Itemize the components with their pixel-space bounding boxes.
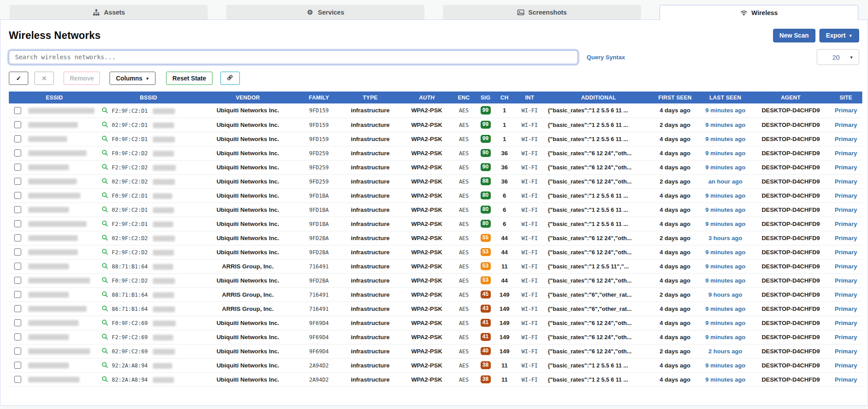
search-bssid-icon[interactable] bbox=[102, 333, 108, 340]
row-checkbox[interactable] bbox=[14, 220, 21, 227]
col-header-last-seen[interactable]: LAST SEEN bbox=[699, 92, 752, 103]
last-seen-link[interactable]: 9 minutes ago bbox=[705, 320, 746, 326]
row-checkbox[interactable] bbox=[14, 319, 21, 326]
search-bssid-icon[interactable] bbox=[102, 305, 108, 312]
col-header-vendor[interactable]: VENDOR bbox=[197, 92, 299, 103]
last-seen-link[interactable]: 9 minutes ago bbox=[705, 107, 746, 114]
site-link[interactable]: Primary bbox=[835, 348, 857, 355]
col-header-bssid[interactable]: BSSID bbox=[100, 92, 197, 103]
site-link[interactable]: Primary bbox=[835, 249, 857, 256]
new-scan-button[interactable]: New Scan bbox=[773, 29, 815, 42]
col-header-additional[interactable]: ADDITIONAL bbox=[546, 92, 651, 103]
row-checkbox[interactable] bbox=[14, 206, 21, 213]
row-checkbox[interactable] bbox=[14, 348, 21, 355]
search-bssid-icon[interactable] bbox=[102, 348, 108, 354]
col-header-family[interactable]: FAMILY bbox=[299, 92, 339, 103]
row-checkbox[interactable] bbox=[14, 234, 21, 241]
tab-wireless[interactable]: Wireless bbox=[660, 5, 858, 20]
last-seen-link[interactable]: 9 minutes ago bbox=[705, 334, 746, 340]
export-button[interactable]: Export ▼ bbox=[819, 29, 859, 42]
col-header-first-seen[interactable]: FIRST SEEN bbox=[651, 92, 699, 103]
search-bssid-icon[interactable] bbox=[102, 291, 108, 298]
col-header-enc[interactable]: ENC bbox=[452, 92, 475, 103]
row-checkbox[interactable] bbox=[14, 263, 21, 270]
last-seen-link[interactable]: 9 minutes ago bbox=[705, 306, 746, 312]
search-bssid-icon[interactable] bbox=[102, 121, 108, 128]
last-seen-link[interactable]: 9 minutes ago bbox=[705, 122, 746, 128]
search-bssid-icon[interactable] bbox=[102, 178, 108, 184]
last-seen-link[interactable]: 9 minutes ago bbox=[705, 192, 746, 199]
col-header-auth[interactable]: AUTH bbox=[401, 92, 452, 103]
search-bssid-icon[interactable] bbox=[102, 135, 108, 142]
site-link[interactable]: Primary bbox=[835, 221, 857, 227]
last-seen-link[interactable]: 9 minutes ago bbox=[705, 206, 746, 213]
row-checkbox[interactable] bbox=[14, 164, 21, 171]
page-size-select[interactable]: 20 ▼ bbox=[817, 49, 859, 65]
site-link[interactable]: Primary bbox=[835, 306, 857, 312]
search-bssid-icon[interactable] bbox=[102, 206, 108, 213]
search-bssid-icon[interactable] bbox=[102, 319, 108, 326]
col-header-agent[interactable]: AGENT bbox=[752, 92, 830, 103]
site-link[interactable]: Primary bbox=[835, 107, 857, 114]
search-bssid-icon[interactable] bbox=[102, 192, 108, 199]
col-header-ch[interactable]: CH bbox=[496, 92, 513, 103]
col-header-sig[interactable]: SIG bbox=[475, 92, 496, 103]
site-link[interactable]: Primary bbox=[835, 263, 857, 270]
search-bssid-icon[interactable] bbox=[102, 164, 108, 170]
col-header-type[interactable]: TYPE bbox=[339, 92, 401, 103]
col-header-essid[interactable]: ESSID bbox=[9, 92, 100, 103]
search-bssid-icon[interactable] bbox=[102, 277, 108, 283]
select-none-button[interactable]: ✕ bbox=[34, 72, 54, 85]
last-seen-link[interactable]: 2 hours ago bbox=[709, 348, 743, 355]
search-bssid-icon[interactable] bbox=[102, 248, 108, 255]
site-link[interactable]: Primary bbox=[835, 150, 857, 157]
search-bssid-icon[interactable] bbox=[102, 149, 108, 156]
last-seen-link[interactable]: 9 minutes ago bbox=[705, 150, 746, 157]
query-syntax-link[interactable]: Query Syntax bbox=[587, 54, 625, 61]
last-seen-link[interactable]: 9 minutes ago bbox=[705, 249, 746, 256]
last-seen-link[interactable]: 9 minutes ago bbox=[705, 362, 746, 369]
site-link[interactable]: Primary bbox=[835, 362, 857, 369]
search-input[interactable] bbox=[9, 50, 578, 64]
tab-screenshots[interactable]: Screenshots bbox=[443, 5, 641, 19]
remove-button[interactable]: Remove bbox=[64, 72, 100, 85]
site-link[interactable]: Primary bbox=[835, 334, 857, 340]
tab-services[interactable]: ⚙ Services bbox=[226, 5, 424, 19]
row-checkbox[interactable] bbox=[14, 178, 21, 185]
row-checkbox[interactable] bbox=[14, 107, 21, 114]
row-checkbox[interactable] bbox=[14, 248, 21, 256]
copy-link-button[interactable] bbox=[220, 72, 240, 85]
site-link[interactable]: Primary bbox=[835, 206, 857, 213]
site-link[interactable]: Primary bbox=[835, 291, 857, 298]
site-link[interactable]: Primary bbox=[835, 320, 857, 326]
last-seen-link[interactable]: an hour ago bbox=[708, 178, 742, 185]
last-seen-link[interactable]: 9 minutes ago bbox=[705, 221, 746, 227]
row-checkbox[interactable] bbox=[14, 135, 21, 142]
site-link[interactable]: Primary bbox=[835, 376, 857, 383]
row-checkbox[interactable] bbox=[14, 333, 21, 340]
tab-assets[interactable]: Assets bbox=[10, 5, 208, 19]
site-link[interactable]: Primary bbox=[835, 192, 857, 199]
last-seen-link[interactable]: 3 hours ago bbox=[709, 235, 743, 241]
col-header-site[interactable]: SITE bbox=[830, 92, 862, 103]
search-bssid-icon[interactable] bbox=[102, 107, 108, 114]
site-link[interactable]: Primary bbox=[835, 122, 857, 128]
last-seen-link[interactable]: 9 hours ago bbox=[709, 291, 743, 298]
row-checkbox[interactable] bbox=[14, 376, 21, 383]
search-bssid-icon[interactable] bbox=[102, 220, 108, 227]
reset-state-button[interactable]: Reset State bbox=[166, 72, 212, 85]
last-seen-link[interactable]: 9 minutes ago bbox=[705, 263, 746, 270]
row-checkbox[interactable] bbox=[14, 277, 21, 284]
last-seen-link[interactable]: 9 minutes ago bbox=[705, 136, 746, 142]
search-bssid-icon[interactable] bbox=[102, 263, 108, 269]
row-checkbox[interactable] bbox=[14, 305, 21, 312]
columns-button[interactable]: Columns ▼ bbox=[110, 72, 155, 85]
row-checkbox[interactable] bbox=[14, 149, 21, 157]
last-seen-link[interactable]: 9 minutes ago bbox=[705, 277, 746, 284]
search-bssid-icon[interactable] bbox=[102, 376, 108, 382]
site-link[interactable]: Primary bbox=[835, 164, 857, 171]
last-seen-link[interactable]: 9 minutes ago bbox=[705, 376, 746, 383]
col-header-int[interactable]: INT bbox=[513, 92, 546, 103]
last-seen-link[interactable]: 9 minutes ago bbox=[705, 164, 746, 171]
row-checkbox[interactable] bbox=[14, 192, 21, 199]
